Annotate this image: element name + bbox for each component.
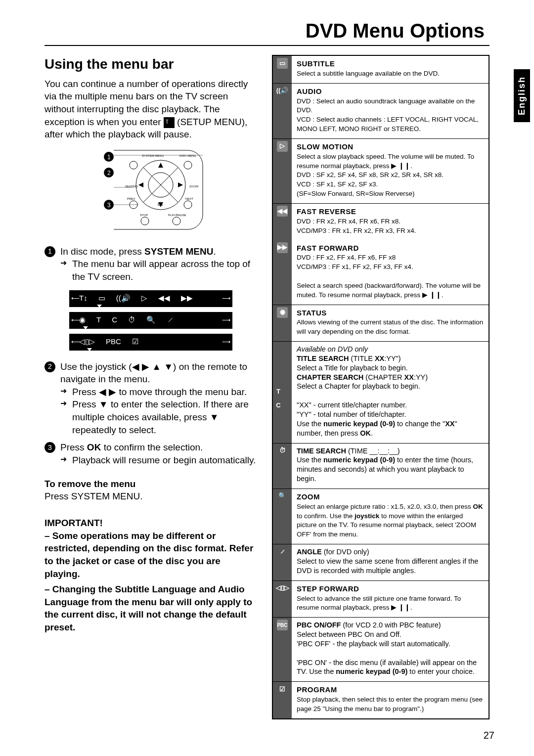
opt-step: ◁▯▷ STEP FORWARDSelect to advance the st… — [273, 581, 489, 618]
setup-menu-icon — [164, 117, 175, 128]
opt-pbc: PBC PBC ON/OFF (for VCD 2.0 with PBC fea… — [273, 618, 489, 682]
svg-text:1: 1 — [107, 154, 111, 161]
opt-time: ⏱ TIME SEARCH (TIME __:__:__) Use the nu… — [273, 444, 489, 489]
ff-title: FAST FORWARD — [297, 244, 359, 252]
divider — [44, 45, 490, 46]
zoom-body: Select an enlarge picture ratio : x1.5, … — [297, 503, 483, 538]
menubar-row-2: ◉TC⏱🔍⟋ — [69, 312, 232, 329]
left-column: Using the menu bar You can continue a nu… — [44, 55, 257, 719]
status-title: STATUS — [297, 309, 327, 317]
tc-cs-fmt: (CHAPTER XX:YY) — [363, 373, 428, 381]
tc-yy: "YY" - total number of title/chapter. — [297, 410, 406, 418]
status-body: Allows viewing of the current status of … — [297, 318, 483, 335]
fr-title: FAST REVERSE — [297, 207, 356, 216]
menubar-row-1: T↕▭((🔊▷◀◀▶▶ — [69, 290, 232, 307]
fastforward-icon: ▶▶ — [277, 242, 288, 253]
time-fmt: (TIME __:__:__) — [346, 447, 400, 455]
remove-heading: To remove the menu — [44, 478, 257, 490]
step-num-1: 1 — [44, 246, 55, 257]
zoom-title: ZOOM — [297, 492, 320, 501]
opt-fr: ◀◀ FAST REVERSEDVD : FR x2, FR x4, FR x6… — [273, 204, 489, 240]
time-icon: ⏱ — [277, 445, 288, 456]
opt-subtitle: ▭ SUBTITLESelect a subtitle language ava… — [273, 56, 489, 84]
step3-bold: OK — [87, 442, 101, 452]
program-body: Stop playback, then select this to enter… — [297, 696, 483, 712]
tc-cs-body: Select a Chapter for playback to begin. — [297, 382, 420, 390]
opt-slowmo: ▷ SLOW MOTIONSelect a slow playback spee… — [273, 139, 489, 204]
fastreverse-icon: ◀◀ — [277, 206, 288, 217]
svg-text:PLAY/PAUSE: PLAY/PAUSE — [168, 214, 186, 217]
step-num-3: 3 — [44, 442, 55, 453]
audio-body: DVD : Select an audio soundtrack languag… — [297, 97, 479, 133]
step1-bold: SYSTEM MENU — [144, 246, 213, 257]
step1-result: The menu bar will appear across the top … — [60, 258, 257, 283]
step-num-2: 2 — [44, 361, 55, 372]
opt-angle: ⟋ ANGLE (for DVD only)Select to view the… — [273, 544, 489, 581]
page-title: DVD Menu Options — [15, 20, 490, 42]
program-title: PROGRAM — [297, 685, 337, 694]
fr-body: DVD : FR x2, FR x4, FR x6, FR x8. VCD/MP… — [297, 218, 416, 234]
important-2: – Changing the Subtitle Language and Aud… — [44, 583, 257, 634]
tc-kp: Use the numeric keypad (0-9) to change t… — [297, 420, 457, 437]
subtitle-title: SUBTITLE — [297, 59, 335, 68]
subtitle-icon: ▭ — [277, 58, 288, 69]
step1-text: In disc mode, press — [60, 246, 144, 257]
svg-text:3: 3 — [107, 202, 111, 209]
step2-c: Press ▼ to enter the selection. If there… — [60, 398, 257, 436]
opt-tc: T C Available on DVD only TITLE SEARCH (… — [273, 342, 489, 443]
audio-icon: ((🔊 — [277, 86, 288, 96]
tc-avail: Available on DVD only — [297, 345, 368, 353]
important-heading: IMPORTANT! — [44, 517, 257, 530]
slowmo-title: SLOW MOTION — [297, 142, 354, 151]
step-title: STEP FORWARD — [297, 584, 359, 593]
opt-ff: ▶▶ FAST FORWARDDVD : FF x2, FF x4, FF x6… — [273, 240, 489, 305]
language-tab: English — [514, 69, 530, 122]
step3-b: Playback will resume or begin automatica… — [60, 454, 256, 467]
time-title: TIME SEARCH — [297, 447, 346, 455]
step-3: 3 Press OK to confirm the selection. Pla… — [44, 441, 257, 466]
menubar-preview: T↕▭((🔊▷◀◀▶▶ ◉TC⏱🔍⟋ ◁▯▷PBC☑ — [69, 290, 232, 351]
tc-xx: "XX" - current title/chapter number. — [297, 401, 407, 409]
pbc-body: PBC ON/OFF (for VCD 2.0 with PBC feature… — [292, 618, 489, 681]
time-body: Use the numeric keypad (0-9) to enter th… — [297, 456, 473, 483]
opt-status: ◉ STATUSAllows viewing of the current st… — [273, 305, 489, 342]
tc-cs: CHAPTER SEARCH — [297, 373, 363, 381]
step-icon: ◁▯▷ — [277, 583, 288, 594]
step-2: 2 Use the joystick (◀ ▶ ▲ ▼) on the remo… — [44, 360, 257, 437]
page-number: 27 — [484, 730, 494, 741]
step2-arrows: ◀ ▶ ▲ ▼ — [132, 361, 173, 372]
remote-illustration: SYSTEM MENU DISC MENU SEATING ZOOM PREV … — [87, 148, 215, 235]
opt-audio: ((🔊 AUDIODVD : Select an audio soundtrac… — [273, 84, 489, 139]
step3-post: to confirm the selection. — [101, 442, 203, 452]
step1-end: . — [213, 246, 216, 257]
right-column: ▭ SUBTITLESelect a subtitle language ava… — [272, 55, 490, 719]
svg-text:STOP: STOP — [140, 214, 148, 217]
svg-text:PREV: PREV — [127, 197, 135, 200]
chapter-icon: C — [273, 400, 284, 411]
remove-body: Press SYSTEM MENU. — [44, 490, 257, 503]
title-icon: T — [273, 386, 284, 397]
important-1: – Some operations may be different or re… — [44, 530, 257, 580]
zoom-icon: 🔍 — [277, 491, 288, 502]
step3-pre: Press — [60, 442, 87, 452]
menubar-row-3: ◁▯▷PBC☑ — [69, 334, 232, 351]
angle-icon: ⟋ — [277, 546, 288, 557]
svg-text:NEXT: NEXT — [185, 197, 193, 200]
svg-text:2: 2 — [107, 170, 111, 177]
step2-pre: Use the joystick ( — [60, 361, 132, 372]
program-icon: ☑ — [277, 684, 288, 695]
slowmo-body: Select a slow playback speed. The volume… — [297, 153, 474, 197]
svg-text:ZOOM: ZOOM — [189, 185, 198, 188]
tc-ts-fmt: (TITLE XX:YY") — [349, 355, 401, 362]
step2-b: Press ◀ ▶ to move through the menu bar. — [60, 386, 257, 399]
section-heading: Using the menu bar — [44, 55, 257, 74]
pbc-icon: PBC — [277, 620, 288, 630]
svg-text:OK: OK — [158, 203, 163, 206]
svg-text:SYSTEM MENU: SYSTEM MENU — [142, 154, 164, 157]
tc-ts-body: Select a Title for playback to begin. — [297, 364, 408, 372]
svg-text:SEATING: SEATING — [125, 185, 138, 188]
ff-body: DVD : FF x2, FF x4, FF x6, FF x8 VCD/MP3… — [297, 254, 481, 298]
opt-program: ☑ PROGRAMStop playback, then select this… — [273, 682, 489, 718]
status-icon: ◉ — [277, 307, 288, 318]
step-1: 1 In disc mode, press SYSTEM MENU. The m… — [44, 245, 257, 283]
